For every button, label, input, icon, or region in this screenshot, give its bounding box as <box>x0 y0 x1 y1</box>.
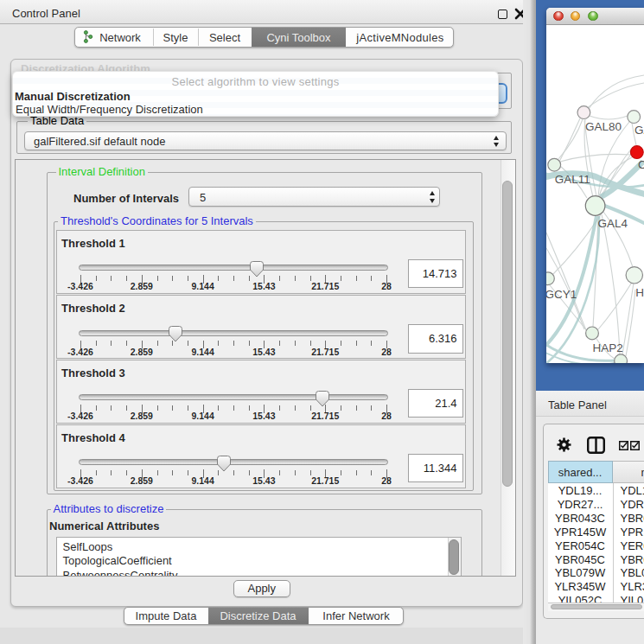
svg-text:H: H <box>635 286 644 299</box>
svg-text:GAL11: GAL11 <box>555 173 590 186</box>
svg-text:GA: GA <box>634 124 644 137</box>
svg-text:GAL80: GAL80 <box>585 120 622 133</box>
svg-text:GAL4: GAL4 <box>598 217 628 230</box>
svg-text:GCY1: GCY1 <box>546 288 577 301</box>
svg-text:C: C <box>638 158 644 171</box>
svg-text:HAP2: HAP2 <box>593 341 623 354</box>
